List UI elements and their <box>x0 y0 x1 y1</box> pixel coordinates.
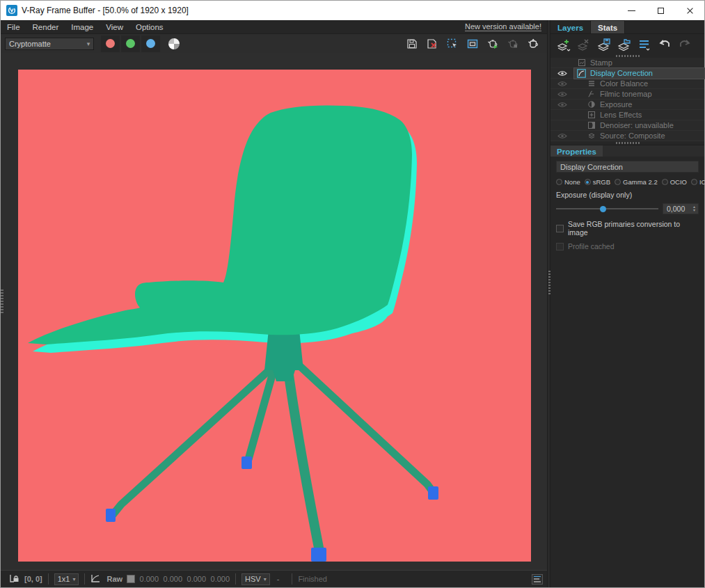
exposure-spinner[interactable]: 0,000 ▴ ▾ <box>663 203 699 214</box>
render-status: Finished <box>298 575 327 583</box>
clear-image-button[interactable] <box>425 37 439 51</box>
pixel-value-r: 0.000 <box>135 575 159 583</box>
hsv-placeholder: - <box>277 575 280 583</box>
visibility-eye-icon[interactable] <box>550 91 574 97</box>
left-splitter-handle[interactable] <box>1 289 3 315</box>
save-rgb-checkbox-row[interactable]: Save RGB primaries conversion to image <box>556 220 699 237</box>
maximize-button[interactable] <box>646 1 675 20</box>
load-layer-tree-button[interactable] <box>617 37 632 52</box>
layer-row-color-balance[interactable]: Color Balance <box>550 79 704 89</box>
menu-render[interactable]: Render <box>26 23 65 31</box>
pixel-lock-icon[interactable] <box>9 573 20 585</box>
log-toggle-icon[interactable] <box>532 574 543 585</box>
vray-logo-icon <box>6 5 17 16</box>
duplicate-buffer-button[interactable] <box>466 37 480 51</box>
layer-row-denoiser[interactable]: Denoiser: unavailable <box>550 120 704 131</box>
layer-row-filmic-tonemap[interactable]: Filmic tonemap <box>550 89 704 100</box>
radio-none[interactable]: None <box>556 178 580 186</box>
properties-tab[interactable]: Properties <box>550 145 603 157</box>
blue-channel-icon <box>146 39 155 48</box>
visibility-eye-icon[interactable] <box>550 81 574 87</box>
layer-row-display-correction[interactable]: Display Correction <box>550 68 704 79</box>
exposure-value: 0,000 <box>663 205 690 213</box>
save-layer-tree-button[interactable] <box>596 37 612 52</box>
color-mode-value: HSV <box>245 575 261 583</box>
add-layer-icon <box>556 37 571 52</box>
window-title: V-Ray Frame Buffer - [50.0% of 1920 x 19… <box>22 6 189 15</box>
checkbox-icon[interactable] <box>556 225 564 232</box>
stop-render-button[interactable] <box>506 37 520 51</box>
layer-options-button[interactable] <box>637 37 652 52</box>
rendered-image[interactable] <box>18 70 531 562</box>
radio-gamma22[interactable]: Gamma 2.2 <box>615 178 658 186</box>
clear-image-icon <box>426 38 438 50</box>
lens-effects-icon <box>587 111 596 120</box>
radio-srgb[interactable]: sRGB <box>585 178 610 186</box>
display-correction-icon <box>577 69 586 78</box>
right-panel-tabs: Layers Stats <box>550 20 704 33</box>
add-layer-button[interactable] <box>556 37 571 52</box>
save-image-button[interactable] <box>405 37 419 51</box>
render-last-icon <box>486 38 500 50</box>
delete-layer-icon <box>576 37 592 52</box>
menubar: File Render Image View Options New versi… <box>1 20 547 33</box>
pixel-color-swatch <box>127 575 135 583</box>
redo-icon <box>677 37 692 52</box>
blue-channel-button[interactable] <box>141 35 160 52</box>
chevron-down-icon: ▾ <box>84 40 93 47</box>
layer-row-exposure[interactable]: Exposure <box>550 100 704 110</box>
green-channel-button[interactable] <box>121 35 140 52</box>
load-layer-tree-icon <box>617 37 632 52</box>
red-channel-button[interactable] <box>101 35 120 52</box>
layer-options-icon <box>637 37 652 52</box>
color-wheel-icon[interactable] <box>168 38 180 49</box>
properties-header: Properties <box>550 145 704 157</box>
visibility-eye-icon[interactable] <box>550 133 574 139</box>
statusbar: [0, 0] 1x1 ▾ Raw 0.000 0.000 0.000 <box>1 570 547 587</box>
interactive-render-button[interactable] <box>526 37 540 51</box>
panel-empty-area <box>550 251 704 587</box>
exposure-label: Exposure (display only) <box>556 191 699 199</box>
layers-toolbar <box>550 33 704 54</box>
redo-button[interactable] <box>677 37 692 52</box>
pixel-value-a: 0.000 <box>206 575 230 583</box>
stamp-icon <box>577 58 586 67</box>
render-last-button[interactable] <box>486 37 500 51</box>
minimize-button[interactable] <box>617 1 646 20</box>
undo-button[interactable] <box>657 37 672 52</box>
visibility-eye-icon[interactable] <box>550 70 574 77</box>
radio-icc[interactable]: ICC <box>691 178 705 186</box>
selected-layer-name: Display Correction <box>556 161 699 173</box>
slider-handle[interactable] <box>600 206 606 212</box>
menu-view[interactable]: View <box>100 23 129 31</box>
pixel-value-b: 0.000 <box>182 575 206 583</box>
filmic-tonemap-icon <box>587 90 596 99</box>
pixel-zoom-dropdown[interactable]: 1x1 ▾ <box>54 573 79 585</box>
spin-down-icon[interactable]: ▾ <box>693 209 695 212</box>
panel-splitter[interactable] <box>547 20 550 587</box>
color-balance-icon <box>587 79 596 88</box>
curve-display-icon[interactable] <box>90 574 101 585</box>
toolbar: Cryptomatte ▾ <box>1 33 547 53</box>
checkbox-icon <box>556 243 564 251</box>
radio-ocio[interactable]: OCIO <box>662 178 687 186</box>
pixel-value-g: 0.000 <box>159 575 182 583</box>
exposure-icon <box>587 100 596 109</box>
pixel-zoom-value: 1x1 <box>58 575 70 583</box>
channel-selector-dropdown[interactable]: Cryptomatte ▾ <box>5 38 94 50</box>
visibility-eye-icon[interactable] <box>550 102 574 108</box>
menu-options[interactable]: Options <box>129 23 170 31</box>
layer-row-lens-effects[interactable]: Lens Effects <box>550 110 704 120</box>
layer-row-source-composite[interactable]: Source: Composite <box>550 131 704 141</box>
menu-image[interactable]: Image <box>65 23 100 31</box>
tab-stats[interactable]: Stats <box>590 20 625 33</box>
tab-layers[interactable]: Layers <box>550 20 590 33</box>
color-mode-dropdown[interactable]: HSV ▾ <box>241 573 270 585</box>
delete-layer-button[interactable] <box>576 37 592 52</box>
exposure-slider[interactable] <box>556 205 658 213</box>
menu-file[interactable]: File <box>1 23 26 31</box>
region-render-button[interactable] <box>445 37 459 51</box>
new-version-link[interactable]: New version available! <box>465 22 541 31</box>
layer-row-stamp[interactable]: Stamp <box>550 58 704 68</box>
close-button[interactable] <box>675 1 704 20</box>
